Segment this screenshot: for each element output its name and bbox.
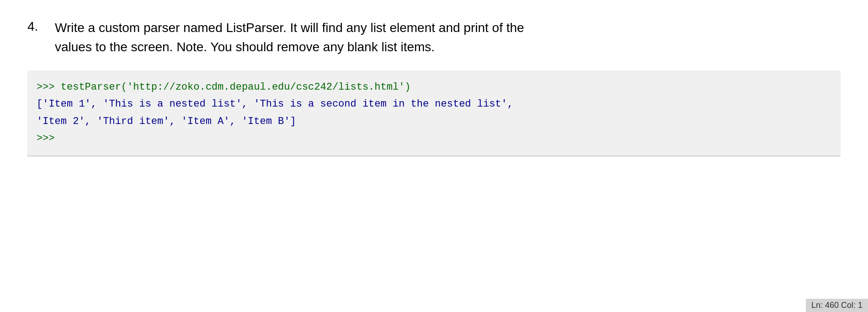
code-output-line1: ['Item 1', 'This is a nested list', 'Thi… (37, 96, 831, 113)
prompt-symbol: >>> (37, 81, 61, 93)
function-call: testParser('http://zoko.cdm.depaul.edu/c… (61, 81, 411, 93)
question-number: 4. (27, 18, 55, 34)
status-bar: Ln: 460 Col: 1 (806, 299, 868, 312)
question-text: Write a custom parser named ListParser. … (55, 18, 524, 57)
code-block: >>> testParser('http://zoko.cdm.depaul.e… (27, 70, 841, 156)
bottom-area (27, 156, 841, 248)
status-bar-text: Ln: 460 Col: 1 (811, 301, 863, 310)
code-output-line2: 'Item 2', 'Third item', 'Item A', 'Item … (37, 113, 831, 130)
question-text-line2: values to the screen. Note. You should r… (55, 40, 435, 54)
page-container: 4. Write a custom parser named ListParse… (0, 0, 868, 312)
question-block: 4. Write a custom parser named ListParse… (27, 18, 841, 57)
question-text-line1: Write a custom parser named ListParser. … (55, 21, 524, 35)
code-prompt-end: >>> (37, 130, 831, 147)
code-line-prompt: >>> testParser('http://zoko.cdm.depaul.e… (37, 79, 831, 96)
